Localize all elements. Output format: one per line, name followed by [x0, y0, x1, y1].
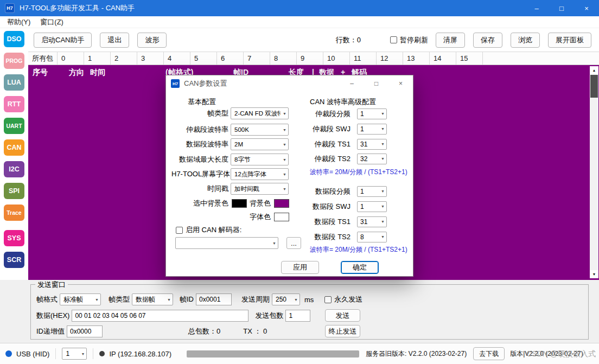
frame-id-input[interactable]: [196, 293, 232, 305]
send-forever-option[interactable]: 永久发送: [324, 295, 362, 304]
arb-ts1-select[interactable]: 31▼: [357, 139, 387, 150]
scroll-down-icon[interactable]: ▼: [590, 270, 598, 278]
tab-15[interactable]: 15: [456, 52, 483, 65]
tab-10[interactable]: 10: [323, 52, 350, 65]
close-button[interactable]: ×: [574, 0, 599, 16]
total-packets-text: 总包数：0: [188, 327, 220, 336]
tab-6[interactable]: 6: [217, 52, 244, 65]
font-color-label: 字体色: [171, 212, 271, 222]
screen-font-select[interactable]: 12点阵字体 ▼: [231, 168, 289, 180]
browse-button[interactable]: 浏览: [511, 33, 540, 48]
toolbar: 启动CAN助手 退出 波形 行数：0 暂停刷新 清屏 保存 浏览 展开面板: [28, 28, 599, 52]
go-download-button[interactable]: 去下载: [473, 347, 505, 360]
send-button[interactable]: 发送: [325, 309, 360, 322]
tab-11[interactable]: 11: [350, 52, 377, 65]
sidebar-item-spi[interactable]: SPI: [4, 183, 24, 199]
save-button[interactable]: 保存: [473, 33, 502, 48]
font-color-swatch[interactable]: [274, 213, 289, 221]
start-can-assistant-button[interactable]: 启动CAN助手: [34, 33, 92, 48]
frame-format-select[interactable]: 标准帧 ▼: [60, 293, 101, 305]
sidebar-item-trace[interactable]: Trace: [4, 205, 24, 221]
arb-prescaler-select[interactable]: 1▼: [357, 108, 387, 119]
menu-help[interactable]: 帮助(Y): [2, 17, 35, 27]
sidebar-item-lua[interactable]: LUA: [4, 74, 24, 91]
device-index-select[interactable]: 1 ▼: [62, 348, 87, 360]
scrollbar-thumb[interactable]: [590, 75, 598, 98]
data-swj-select[interactable]: 1▼: [357, 201, 387, 212]
menu-window[interactable]: 窗口(Z): [35, 17, 68, 27]
dialog-maximize-button[interactable]: □: [364, 75, 388, 92]
tab-7[interactable]: 7: [244, 52, 270, 65]
decoder-select[interactable]: ▼: [175, 237, 278, 249]
sidebar-item-prog[interactable]: PROG: [4, 53, 24, 69]
tab-2[interactable]: 2: [111, 52, 137, 65]
tab-9[interactable]: 9: [297, 52, 323, 65]
frame-type-select[interactable]: 2-CAN FD 双波特率 ▼: [231, 107, 289, 119]
sidebar-item-dso[interactable]: DSO: [4, 31, 24, 47]
enable-decoder-checkbox[interactable]: [176, 227, 183, 234]
send-period-select[interactable]: 250 ▼: [272, 293, 300, 305]
tab-8[interactable]: 8: [270, 52, 297, 65]
clear-screen-button[interactable]: 清屏: [436, 33, 465, 48]
sidebar-item-uart[interactable]: UART: [4, 118, 24, 134]
tab-5[interactable]: 5: [190, 52, 217, 65]
packet-count-input[interactable]: [285, 310, 310, 322]
dialog-minimize-button[interactable]: –: [340, 75, 364, 92]
decoder-select-row: ▼ ...: [175, 237, 301, 249]
timestamp-select[interactable]: 加时间戳 ▼: [231, 183, 289, 195]
send-groupbox: 发送窗口 帧格式 标准帧 ▼ 帧类型 数据帧 ▼ 帧ID 发送周期 250 ▼: [30, 284, 589, 340]
max-data-length-select[interactable]: 8字节 ▼: [231, 154, 289, 165]
selected-bg-color-swatch[interactable]: [232, 199, 247, 208]
tab-14[interactable]: 14: [430, 52, 456, 65]
dialog-close-button[interactable]: ×: [388, 75, 413, 92]
pause-refresh-option[interactable]: 暂停刷新: [390, 35, 428, 45]
tab-4[interactable]: 4: [164, 52, 190, 65]
data-ts1-select[interactable]: 31▼: [357, 216, 387, 227]
expand-panel-button[interactable]: 展开面板: [548, 33, 591, 48]
maximize-button[interactable]: □: [549, 0, 574, 16]
waveform-button[interactable]: 波形: [137, 33, 167, 48]
stop-send-button[interactable]: 终止发送: [325, 325, 360, 337]
apply-button[interactable]: 应用: [281, 261, 319, 274]
tab-all-packets[interactable]: 所有包: [28, 52, 58, 65]
dialog-titlebar: H7 CAN参数设置 – □ ×: [166, 75, 413, 92]
data-baud-select[interactable]: 2M ▼: [231, 138, 289, 150]
frame-type-label: 帧类型: [171, 108, 228, 118]
close-icon: ×: [399, 80, 403, 87]
arb-ts2-select[interactable]: 32▼: [357, 154, 387, 164]
send-forever-checkbox[interactable]: [324, 296, 332, 303]
ok-button[interactable]: 确定: [341, 261, 379, 274]
bg-color-swatch[interactable]: [274, 199, 289, 208]
chevron-down-icon: ▼: [283, 187, 286, 191]
arb-swj-select[interactable]: 1▼: [357, 124, 387, 135]
sidebar-item-scr[interactable]: SCR: [4, 252, 24, 268]
data-prescaler-select[interactable]: 1▼: [357, 186, 387, 197]
sidebar-item-can[interactable]: CAN: [4, 139, 24, 156]
data-ts2-select[interactable]: 8▼: [357, 232, 387, 242]
data-baud-formula: 波特率= 20M/分频 / (TS1+TS2+1): [310, 245, 407, 254]
usb-status-icon: [5, 350, 12, 357]
tab-3[interactable]: 3: [137, 52, 164, 65]
menubar: 帮助(Y) 窗口(Z): [0, 16, 599, 28]
close-icon: ×: [584, 4, 589, 12]
arb-baud-select[interactable]: 500K ▼: [231, 124, 289, 136]
send-row-2: 数据(HEX) 发送包数: [36, 309, 310, 322]
tab-13[interactable]: 13: [403, 52, 430, 65]
tab-12[interactable]: 12: [377, 52, 403, 65]
exit-button[interactable]: 退出: [100, 33, 129, 48]
sidebar-item-sys[interactable]: SYS: [4, 230, 24, 246]
ip-status-text: IP (192.168.28.107): [109, 350, 171, 358]
sidebar-item-rtt[interactable]: RTT: [4, 96, 24, 112]
chevron-down-icon: ▼: [381, 220, 385, 223]
pause-refresh-checkbox[interactable]: [390, 36, 397, 43]
scroll-up-icon[interactable]: ▲: [590, 66, 598, 74]
tab-1[interactable]: 1: [84, 52, 111, 65]
minimize-button[interactable]: –: [524, 0, 549, 16]
tx-count-text: TX ： 0: [243, 327, 267, 336]
send-frame-type-select[interactable]: 数据帧 ▼: [132, 293, 173, 305]
vertical-scrollbar[interactable]: ▲ ▼: [590, 66, 598, 278]
sidebar-item-i2c[interactable]: I2C: [4, 161, 24, 177]
id-increment-input[interactable]: [67, 325, 103, 337]
tab-0[interactable]: 0: [58, 52, 84, 65]
data-hex-input[interactable]: [72, 310, 248, 322]
